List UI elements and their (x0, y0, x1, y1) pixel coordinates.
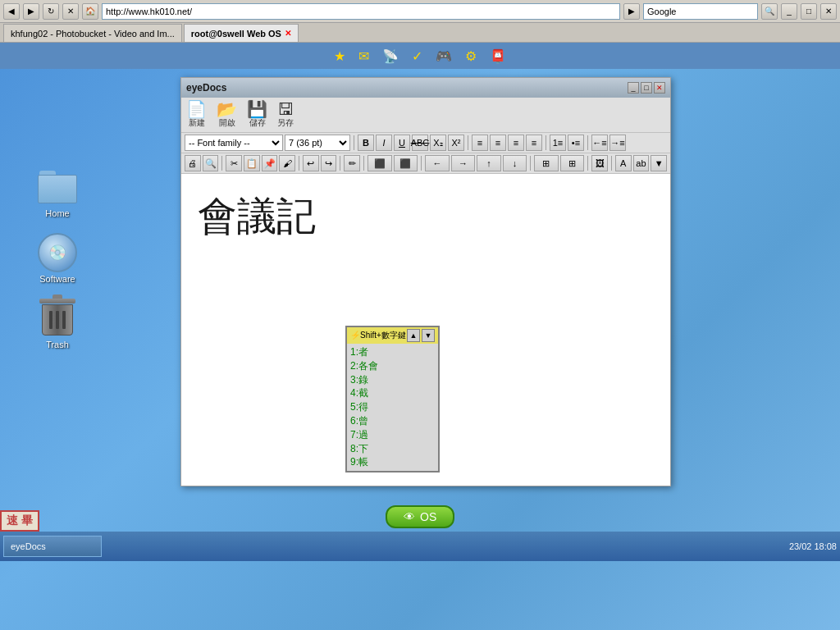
separator-12 (611, 156, 612, 171)
forward-button[interactable]: ▶ (23, 3, 39, 20)
col-left-button[interactable]: ← (425, 155, 450, 171)
green-app-button[interactable]: 👁 OS (386, 505, 454, 528)
undo-button[interactable]: ↩ (303, 155, 319, 171)
popup-header: ⚡Shift+數字鍵 ▲ ▼ (347, 327, 438, 344)
clock-text: 23/02 18:08 (789, 541, 837, 551)
font-size-select[interactable]: 7 (36 pt) (285, 135, 350, 151)
window-title: eyeDocs (186, 82, 226, 94)
highlight-button[interactable]: ab (633, 155, 650, 171)
window-minimize-button[interactable]: _ (628, 82, 639, 94)
italic-button[interactable]: I (376, 135, 392, 151)
document-area[interactable]: 會議記 ⚡Shift+數字鍵 ▲ ▼ 1:者 2:各會 3:錄 4:截 5:得 … (181, 174, 670, 486)
eye-icon: 👁 (404, 510, 415, 523)
image-button[interactable]: 🖼 (591, 155, 608, 171)
search-bar[interactable]: Google (643, 3, 758, 20)
col-right-button[interactable]: → (451, 155, 476, 171)
saveas-doc-button[interactable]: 🖫 另存 (277, 101, 294, 129)
popup-item-6[interactable]: 6:曾 (350, 414, 435, 428)
new-doc-label: 新建 (189, 117, 205, 129)
bookmark-rss-icon[interactable]: 📡 (382, 48, 399, 64)
bookmark-mail-icon[interactable]: ✉ (358, 48, 369, 64)
go-button[interactable]: ▶ (623, 3, 640, 20)
save-doc-button[interactable]: 💾 儲存 (247, 101, 267, 129)
popup-scroll-down[interactable]: ▼ (422, 329, 435, 342)
superscript-button[interactable]: X² (448, 135, 464, 151)
bookmark-inbox-icon[interactable]: 📮 (490, 48, 506, 64)
align-left-button[interactable]: ≡ (472, 135, 488, 151)
insert-right-button[interactable]: ⬛ (394, 155, 418, 171)
preview-button[interactable]: 🔍 (203, 155, 219, 171)
table2-button[interactable]: ⊞ (560, 155, 585, 171)
new-doc-button[interactable]: 📄 新建 (186, 101, 207, 129)
align-right-button[interactable]: ≡ (508, 135, 524, 151)
cut-button[interactable]: ✂ (226, 155, 242, 171)
paste-button[interactable]: 📌 (262, 155, 278, 171)
popup-item-9[interactable]: 9:帳 (350, 455, 435, 469)
decrease-indent-button[interactable]: ←≡ (591, 135, 608, 151)
separator-10 (530, 156, 531, 171)
home-icon[interactable]: Home (25, 167, 90, 218)
popup-scroll-up[interactable]: ▲ (407, 329, 420, 342)
copy-button[interactable]: 📋 (244, 155, 260, 171)
popup-item-7[interactable]: 7:過 (350, 428, 435, 442)
increase-indent-button[interactable]: →≡ (609, 135, 626, 151)
window-maximize-button[interactable]: □ (641, 82, 652, 94)
trash-desktop-icon[interactable]: Trash (25, 299, 90, 349)
software-desktop-icon[interactable]: 💿 Software (25, 233, 90, 284)
reload-button[interactable]: ↻ (43, 3, 59, 20)
address-text: http://www.hk010.net/ (106, 7, 192, 16)
popup-item-2[interactable]: 2:各會 (350, 359, 435, 373)
back-button[interactable]: ◀ (3, 3, 20, 20)
bold-button[interactable]: B (358, 135, 374, 151)
bookmark-game-icon[interactable]: 🎮 (436, 48, 452, 64)
underline-button[interactable]: U (394, 135, 410, 151)
bookmark-star-icon[interactable]: ★ (334, 48, 345, 64)
saveas-doc-icon: 🖫 (277, 101, 294, 117)
print-button[interactable]: 🖨 (185, 155, 201, 171)
new-doc-icon: 📄 (186, 101, 207, 117)
ordered-list-button[interactable]: 1≡ (550, 135, 566, 151)
font-family-select[interactable]: -- Font family -- (185, 135, 283, 151)
address-bar[interactable]: http://www.hk010.net/ (102, 3, 620, 20)
close-tab-icon[interactable]: ✕ (285, 29, 291, 38)
tab-webos[interactable]: root@0swell Web OS ✕ (184, 24, 299, 42)
subscript-button[interactable]: X₂ (430, 135, 446, 151)
popup-item-4[interactable]: 4:截 (350, 386, 435, 400)
align-center-button[interactable]: ≡ (490, 135, 506, 151)
stop-button[interactable]: ✕ (62, 3, 79, 20)
popup-item-1[interactable]: 1:者 (350, 345, 435, 359)
align-justify-button[interactable]: ≡ (526, 135, 542, 151)
row-up-button[interactable]: ↑ (477, 155, 501, 171)
format-paint-button[interactable]: 🖌 (279, 155, 295, 171)
font-color-button[interactable]: A (615, 155, 632, 171)
bookmark-settings-icon[interactable]: ⚙ (465, 48, 477, 64)
popup-item-5[interactable]: 5:得 (350, 400, 435, 414)
more-button[interactable]: ▼ (651, 155, 667, 171)
home-button[interactable]: 🏠 (82, 3, 98, 20)
taskbar: eyeDocs 23/02 18:08 (0, 532, 840, 561)
ime-bar[interactable]: 速 畢 (0, 510, 39, 532)
unordered-list-button[interactable]: •≡ (568, 135, 584, 151)
bookmark-check-icon[interactable]: ✓ (412, 48, 422, 64)
table-button[interactable]: ⊞ (534, 155, 559, 171)
taskbar-eyedocs-button[interactable]: eyeDocs (3, 536, 102, 557)
desktop: Home 💿 Software (0, 69, 840, 561)
autocomplete-popup[interactable]: ⚡Shift+數字鍵 ▲ ▼ 1:者 2:各會 3:錄 4:截 5:得 6:曾 … (345, 326, 440, 472)
open-doc-button[interactable]: 📂 開啟 (217, 101, 237, 129)
edit-button[interactable]: ✏ (344, 155, 360, 171)
insert-left-button[interactable]: ⬛ (368, 155, 392, 171)
separator-11 (587, 156, 588, 171)
bookmark-bar: ★ ✉ 📡 ✓ 🎮 ⚙ 📮 (0, 43, 840, 69)
search-button[interactable]: 🔍 (761, 3, 778, 20)
window-close-button[interactable]: ✕ (654, 82, 665, 94)
close-browser-button[interactable]: ✕ (820, 3, 837, 20)
popup-item-3[interactable]: 3:錄 (350, 373, 435, 387)
popup-item-8[interactable]: 8:下 (350, 442, 435, 456)
maximize-button[interactable]: □ (801, 3, 817, 20)
strikethrough-button[interactable]: ABC (412, 135, 428, 151)
tab-label: root@0swell Web OS (191, 29, 281, 39)
row-down-button[interactable]: ↓ (503, 155, 527, 171)
minimize-button[interactable]: _ (781, 3, 797, 20)
redo-button[interactable]: ↪ (321, 155, 337, 171)
tab-photobucket[interactable]: khfung02 - Photobucket - Video and Im... (3, 24, 182, 42)
